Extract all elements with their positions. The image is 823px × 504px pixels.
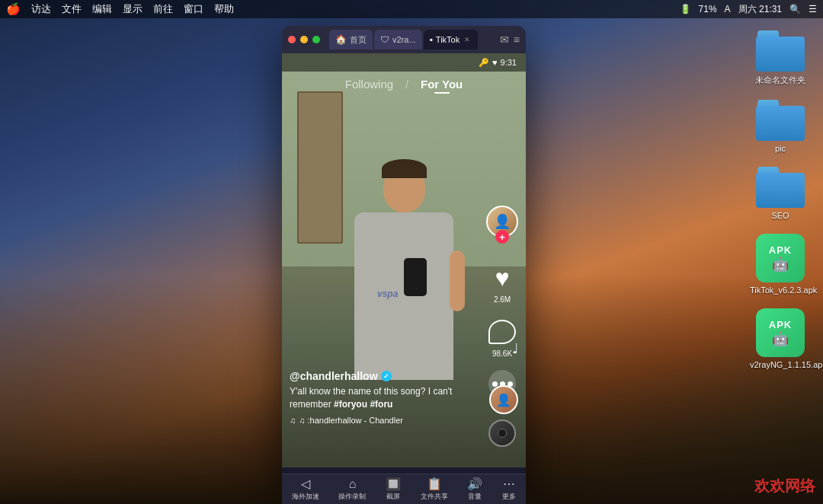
- volume-icon: 🔊: [467, 477, 482, 491]
- key-icon: 🔑: [479, 58, 489, 68]
- desktop-icon-tiktok-apk[interactable]: APK 🤖 TikTok_v6.2.3.apk: [750, 234, 811, 295]
- tiktok-apk-icon: APK 🤖: [756, 234, 805, 282]
- person-hair: [382, 159, 427, 178]
- bottom-right-avatar[interactable]: 👤: [489, 385, 518, 414]
- bottom-avatar-icon: 👤: [496, 393, 511, 407]
- android-icon: 🤖: [772, 256, 789, 273]
- tab-for-you[interactable]: For You: [421, 78, 463, 91]
- desktop-icon-unnamed-folder[interactable]: 未命名文件夹: [755, 30, 805, 86]
- folder-icon-seo: [756, 167, 805, 208]
- icon-label-seo: SEO: [771, 211, 789, 220]
- toolbar-screenshot[interactable]: 🔲 截屏: [386, 477, 401, 502]
- minimize-button[interactable]: [300, 36, 308, 43]
- tab-tiktok-label: TikTok: [436, 35, 460, 44]
- like-count: 2.6M: [494, 295, 511, 304]
- follow-button[interactable]: +: [495, 230, 509, 244]
- android-icon-v2: 🤖: [772, 330, 789, 347]
- tab-tiktok-close[interactable]: ✕: [463, 35, 472, 44]
- desktop-icon-seo[interactable]: SEO: [756, 167, 805, 220]
- desktop-icon-pic[interactable]: pic: [756, 100, 805, 153]
- tiktok-bottom-info: @chandlerhallow ✓ Y'all know the name of…: [290, 370, 484, 425]
- tab-following[interactable]: Following: [345, 78, 393, 91]
- folder-body-seo: [756, 173, 805, 208]
- search-icon[interactable]: 🔍: [789, 4, 801, 14]
- browser-tabbar: 🏠 首页 🛡 v2ra... ▪ TikTok ✕ ✉ ≡: [282, 26, 526, 53]
- like-icon-wrap: ♥: [486, 262, 518, 294]
- music-text: ♫ :handlerhallow - Chandler: [299, 416, 403, 425]
- browser-window: 🏠 首页 🛡 v2ra... ▪ TikTok ✕ ✉ ≡: [282, 26, 526, 490]
- menubar-left: 🍎 访达 文件 编辑 显示 前往 窗口 帮助: [6, 2, 234, 16]
- person-arm: [450, 250, 465, 311]
- menu-file[interactable]: 文件: [62, 2, 82, 16]
- tab-divider: /: [405, 78, 408, 91]
- action-like[interactable]: ♥ 2.6M: [486, 262, 518, 304]
- avatar-container: 👤 +: [486, 206, 518, 238]
- action-avatar[interactable]: 👤 +: [486, 206, 518, 238]
- v2ray-apk-icon: APK 🤖: [756, 308, 805, 357]
- folder-body: [756, 37, 805, 72]
- toolbar-vpn[interactable]: ◁ 海外加速: [292, 477, 319, 502]
- apk-badge-v2: APK: [769, 319, 792, 330]
- watermark: 欢欢网络: [754, 476, 815, 496]
- tiktok-caption: Y'all know the name of this song? I can'…: [290, 385, 484, 411]
- menu-go[interactable]: 前往: [153, 2, 173, 16]
- dot1: [492, 381, 498, 387]
- hashtag-foryou[interactable]: #foryou: [334, 399, 367, 410]
- bottom-toolbar: ◁ 海外加速 ⌂ 操作录制 🔲 截屏 📋 文件共享 🔊 音量 ⋯ 更多: [282, 474, 526, 504]
- tiktok-username[interactable]: @chandlerhallow ✓: [290, 370, 484, 382]
- icon-label-unnamed: 未命名文件夹: [755, 75, 805, 86]
- tab-tiktok[interactable]: ▪ TikTok ✕: [424, 30, 479, 49]
- maximize-button[interactable]: [312, 36, 320, 43]
- music-disc-icon: [488, 419, 516, 447]
- tab-v2ray[interactable]: 🛡 v2ra...: [374, 30, 422, 49]
- action-music[interactable]: [488, 419, 516, 447]
- icon-label-tiktok-apk: TikTok_v6.2.3.apk: [750, 285, 811, 295]
- desktop-icon-v2ray-apk[interactable]: APK 🤖 v2rayNG_1.1.15.apk: [750, 308, 811, 369]
- username-text: @chandlerhallow: [290, 370, 378, 382]
- fileshare-icon: 📋: [427, 477, 442, 491]
- menu-view[interactable]: 显示: [123, 2, 143, 16]
- hashtag-foru[interactable]: #foru: [370, 399, 392, 410]
- toolbar-volume[interactable]: 🔊 音量: [467, 477, 482, 502]
- traffic-lights: [288, 36, 320, 43]
- menu-edit[interactable]: 编辑: [92, 2, 112, 16]
- input-method: A: [725, 4, 731, 14]
- icon-label-pic: pic: [775, 144, 786, 153]
- toolbar-more-label: 更多: [502, 492, 516, 502]
- toolbar-vpn-label: 海外加速: [292, 492, 319, 502]
- more-icon: ⋯: [503, 477, 515, 491]
- toolbar-fileshare[interactable]: 📋 文件共享: [421, 477, 448, 502]
- toolbar-screenshot-label: 截屏: [386, 492, 400, 502]
- close-button[interactable]: [288, 36, 296, 43]
- clock: 周六 21:31: [738, 3, 782, 16]
- tab-home[interactable]: 🏠 首页: [329, 30, 373, 49]
- apple-menu[interactable]: 🍎: [6, 2, 21, 16]
- toolbar-record[interactable]: ⌂ 操作录制: [338, 477, 366, 502]
- control-center-icon[interactable]: ☰: [809, 4, 817, 14]
- tab-home-label: 首页: [350, 34, 367, 46]
- menu-help[interactable]: 帮助: [214, 2, 234, 16]
- menu-window[interactable]: 窗口: [184, 2, 203, 16]
- toolbar-record-label: 操作录制: [338, 492, 366, 502]
- folder-icon: [756, 30, 805, 72]
- person-phone: [404, 258, 427, 296]
- tab-v2ray-label: v2ra...: [392, 35, 416, 44]
- desktop: 🍎 访达 文件 编辑 显示 前往 窗口 帮助 🔋 71% A 周六 21:31 …: [0, 0, 823, 504]
- music-note: ♫: [290, 416, 296, 425]
- mail-icon[interactable]: ✉: [500, 33, 509, 46]
- comment-count: 98.6K: [492, 349, 512, 358]
- tab-v2ray-icon: 🛡: [380, 34, 389, 45]
- folder-icon-pic: [756, 100, 805, 141]
- menu-icon[interactable]: ≡: [514, 33, 520, 46]
- toolbar-volume-label: 音量: [468, 492, 482, 502]
- battery-icon: 🔋: [680, 4, 691, 14]
- browser-tabs: 🏠 首页 🛡 v2ra... ▪ TikTok ✕: [329, 30, 497, 49]
- app-name[interactable]: 访达: [31, 2, 51, 16]
- person-head: [383, 163, 425, 212]
- phone-screen: 🔑 ♥ 9:31 vspa: [282, 53, 526, 467]
- toolbar-more[interactable]: ⋯ 更多: [502, 477, 516, 502]
- icon-label-v2ray-apk: v2rayNG_1.1.15.apk: [750, 360, 811, 369]
- folder-body-pic: [756, 106, 805, 141]
- tiktok-header: Following / For You: [282, 72, 526, 97]
- vpn-icon: ◁: [301, 477, 310, 491]
